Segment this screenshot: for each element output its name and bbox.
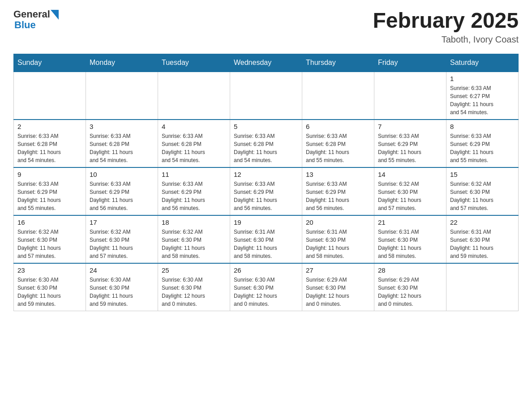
weekday-header-tuesday: Tuesday [158, 54, 230, 72]
calendar-cell: 20Sunrise: 6:31 AMSunset: 6:30 PMDayligh… [302, 215, 374, 263]
calendar-week-row: 23Sunrise: 6:30 AMSunset: 6:30 PMDayligh… [14, 263, 519, 311]
day-number: 22 [450, 218, 515, 226]
calendar-cell: 25Sunrise: 6:30 AMSunset: 6:30 PMDayligh… [158, 263, 230, 311]
day-number: 4 [162, 123, 226, 130]
day-info: Sunrise: 6:31 AMSunset: 6:30 PMDaylight:… [378, 228, 442, 260]
day-number: 13 [306, 171, 370, 178]
day-number: 21 [378, 218, 442, 226]
calendar-cell: 19Sunrise: 6:31 AMSunset: 6:30 PMDayligh… [230, 215, 302, 263]
logo-text-general: General [13, 9, 50, 20]
calendar-week-row: 9Sunrise: 6:33 AMSunset: 6:29 PMDaylight… [14, 167, 519, 215]
weekday-header-sunday: Sunday [14, 54, 86, 72]
day-info: Sunrise: 6:33 AMSunset: 6:28 PMDaylight:… [306, 132, 370, 164]
calendar-cell: 27Sunrise: 6:29 AMSunset: 6:30 PMDayligh… [302, 263, 374, 311]
calendar-table: SundayMondayTuesdayWednesdayThursdayFrid… [13, 54, 519, 311]
calendar-cell: 1Sunrise: 6:33 AMSunset: 6:27 PMDaylight… [446, 72, 519, 120]
calendar-cell: 13Sunrise: 6:33 AMSunset: 6:29 PMDayligh… [302, 167, 374, 215]
calendar-cell: 3Sunrise: 6:33 AMSunset: 6:28 PMDaylight… [86, 120, 158, 167]
calendar-cell: 26Sunrise: 6:30 AMSunset: 6:30 PMDayligh… [230, 263, 302, 311]
calendar-cell [14, 72, 86, 120]
day-info: Sunrise: 6:29 AMSunset: 6:30 PMDaylight:… [378, 276, 442, 308]
calendar-week-row: 16Sunrise: 6:32 AMSunset: 6:30 PMDayligh… [14, 215, 519, 263]
calendar-cell: 2Sunrise: 6:33 AMSunset: 6:28 PMDaylight… [14, 120, 86, 167]
title-block: February 2025 Taboth, Ivory Coast [373, 9, 519, 45]
day-number: 15 [450, 171, 515, 178]
page-header: General Blue February 2025 Taboth, Ivory… [13, 9, 519, 45]
day-number: 17 [90, 218, 154, 226]
calendar-cell: 6Sunrise: 6:33 AMSunset: 6:28 PMDaylight… [302, 120, 374, 167]
day-number: 9 [17, 171, 82, 178]
calendar-week-row: 2Sunrise: 6:33 AMSunset: 6:28 PMDaylight… [14, 120, 519, 167]
calendar-cell: 9Sunrise: 6:33 AMSunset: 6:29 PMDaylight… [14, 167, 86, 215]
day-info: Sunrise: 6:33 AMSunset: 6:28 PMDaylight:… [162, 132, 226, 164]
weekday-header-saturday: Saturday [446, 54, 519, 72]
day-number: 14 [378, 171, 442, 178]
day-number: 19 [234, 218, 298, 226]
day-number: 18 [162, 218, 226, 226]
calendar-cell [374, 72, 446, 120]
weekday-header-wednesday: Wednesday [230, 54, 302, 72]
day-number: 26 [234, 266, 298, 274]
day-info: Sunrise: 6:33 AMSunset: 6:29 PMDaylight:… [378, 132, 442, 164]
day-number: 2 [17, 123, 82, 130]
day-info: Sunrise: 6:31 AMSunset: 6:30 PMDaylight:… [450, 228, 515, 260]
calendar-cell: 4Sunrise: 6:33 AMSunset: 6:28 PMDaylight… [158, 120, 230, 167]
weekday-header-row: SundayMondayTuesdayWednesdayThursdayFrid… [14, 54, 519, 72]
calendar-cell [302, 72, 374, 120]
logo-triangle-icon [51, 10, 59, 20]
day-number: 12 [234, 171, 298, 178]
day-number: 23 [17, 266, 82, 274]
calendar-cell [86, 72, 158, 120]
calendar-cell: 16Sunrise: 6:32 AMSunset: 6:30 PMDayligh… [14, 215, 86, 263]
day-info: Sunrise: 6:30 AMSunset: 6:30 PMDaylight:… [234, 276, 298, 308]
calendar-cell: 15Sunrise: 6:32 AMSunset: 6:30 PMDayligh… [446, 167, 519, 215]
logo-line1: General [13, 9, 59, 20]
location-title: Taboth, Ivory Coast [373, 34, 519, 45]
weekday-header-friday: Friday [374, 54, 446, 72]
day-info: Sunrise: 6:30 AMSunset: 6:30 PMDaylight:… [162, 276, 226, 308]
logo-text-blue: Blue [14, 20, 59, 30]
calendar-body: 1Sunrise: 6:33 AMSunset: 6:27 PMDaylight… [14, 72, 519, 311]
day-info: Sunrise: 6:32 AMSunset: 6:30 PMDaylight:… [17, 228, 82, 260]
month-title: February 2025 [373, 9, 519, 33]
calendar-cell [446, 263, 519, 311]
calendar-cell: 24Sunrise: 6:30 AMSunset: 6:30 PMDayligh… [86, 263, 158, 311]
day-info: Sunrise: 6:33 AMSunset: 6:29 PMDaylight:… [17, 180, 82, 212]
day-number: 25 [162, 266, 226, 274]
day-info: Sunrise: 6:29 AMSunset: 6:30 PMDaylight:… [306, 276, 370, 308]
day-info: Sunrise: 6:33 AMSunset: 6:28 PMDaylight:… [17, 132, 82, 164]
weekday-header-thursday: Thursday [302, 54, 374, 72]
calendar-week-row: 1Sunrise: 6:33 AMSunset: 6:27 PMDaylight… [14, 72, 519, 120]
calendar-cell: 21Sunrise: 6:31 AMSunset: 6:30 PMDayligh… [374, 215, 446, 263]
weekday-header-monday: Monday [86, 54, 158, 72]
logo: General Blue [13, 9, 59, 30]
calendar-cell: 18Sunrise: 6:32 AMSunset: 6:30 PMDayligh… [158, 215, 230, 263]
day-info: Sunrise: 6:32 AMSunset: 6:30 PMDaylight:… [162, 228, 226, 260]
day-info: Sunrise: 6:33 AMSunset: 6:29 PMDaylight:… [90, 180, 154, 212]
calendar-header: SundayMondayTuesdayWednesdayThursdayFrid… [14, 54, 519, 72]
day-number: 7 [378, 123, 442, 130]
logo-wrapper: General Blue [13, 9, 59, 30]
day-info: Sunrise: 6:33 AMSunset: 6:29 PMDaylight:… [450, 132, 515, 164]
day-info: Sunrise: 6:30 AMSunset: 6:30 PMDaylight:… [90, 276, 154, 308]
day-number: 5 [234, 123, 298, 130]
day-info: Sunrise: 6:32 AMSunset: 6:30 PMDaylight:… [378, 180, 442, 212]
day-number: 6 [306, 123, 370, 130]
calendar-cell [230, 72, 302, 120]
calendar-cell [158, 72, 230, 120]
calendar-cell: 17Sunrise: 6:32 AMSunset: 6:30 PMDayligh… [86, 215, 158, 263]
calendar-cell: 7Sunrise: 6:33 AMSunset: 6:29 PMDaylight… [374, 120, 446, 167]
day-info: Sunrise: 6:33 AMSunset: 6:29 PMDaylight:… [306, 180, 370, 212]
calendar-cell: 8Sunrise: 6:33 AMSunset: 6:29 PMDaylight… [446, 120, 519, 167]
day-info: Sunrise: 6:32 AMSunset: 6:30 PMDaylight:… [450, 180, 515, 212]
day-number: 24 [90, 266, 154, 274]
day-info: Sunrise: 6:33 AMSunset: 6:29 PMDaylight:… [234, 180, 298, 212]
day-info: Sunrise: 6:33 AMSunset: 6:28 PMDaylight:… [234, 132, 298, 164]
day-number: 16 [17, 218, 82, 226]
day-number: 28 [378, 266, 442, 274]
calendar-cell: 12Sunrise: 6:33 AMSunset: 6:29 PMDayligh… [230, 167, 302, 215]
day-number: 27 [306, 266, 370, 274]
day-number: 1 [450, 75, 515, 82]
calendar-cell: 28Sunrise: 6:29 AMSunset: 6:30 PMDayligh… [374, 263, 446, 311]
calendar-cell: 14Sunrise: 6:32 AMSunset: 6:30 PMDayligh… [374, 167, 446, 215]
